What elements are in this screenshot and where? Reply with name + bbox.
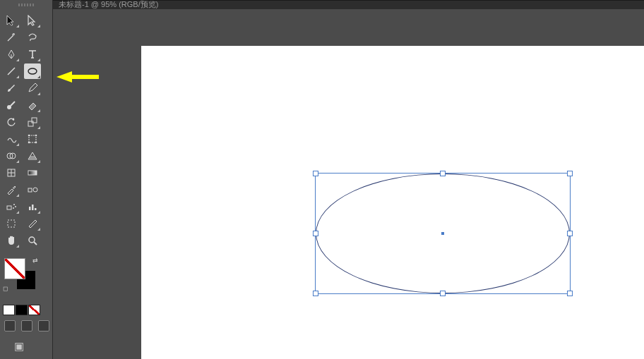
eyedropper-tool[interactable] (3, 182, 20, 197)
svg-rect-23 (35, 208, 37, 210)
selection-bounding-box[interactable] (315, 173, 571, 294)
blend-tool[interactable] (24, 182, 41, 197)
color-cell-none[interactable] (28, 305, 40, 315)
handle-top-middle[interactable] (440, 171, 446, 176)
warp-tool[interactable] (3, 131, 20, 147)
symbol-sprayer-tool[interactable] (3, 199, 20, 214)
svg-rect-21 (29, 207, 31, 210)
screen-mode-button[interactable]: ▣ (14, 340, 24, 353)
document-tab[interactable]: 未标题-1 @ 95% (RGB/预览) (56, 1, 161, 8)
draw-mode-behind[interactable] (21, 320, 32, 331)
selection-tool[interactable] (3, 13, 20, 28)
svg-line-1 (8, 68, 15, 75)
handle-bottom-middle[interactable] (440, 291, 446, 296)
default-fill-stroke-icon[interactable]: ◻ (3, 285, 8, 292)
brush-tool[interactable] (3, 80, 20, 96)
svg-point-2 (28, 68, 37, 74)
svg-point-18 (13, 204, 15, 205)
draw-mode-inside[interactable] (38, 320, 49, 331)
handle-top-left[interactable] (313, 171, 318, 176)
pencil-tool[interactable] (24, 80, 41, 96)
ellipse-tool[interactable] (24, 63, 41, 79)
fill-stroke-swatches[interactable]: ⇄ ◻ (4, 258, 37, 291)
artboard-canvas[interactable] (141, 46, 644, 359)
lasso-tool[interactable] (24, 30, 41, 45)
svg-rect-14 (28, 171, 37, 175)
screen-mode-icons (4, 320, 49, 331)
document-tab-bar: 未标题-1 @ 95% (RGB/预览) (53, 0, 644, 9)
tool-grid (3, 13, 41, 250)
panel-gripper[interactable] (0, 0, 53, 10)
slice-tool[interactable] (24, 216, 41, 231)
tools-panel: ⇄ ◻ ▣ (0, 0, 53, 359)
svg-rect-5 (32, 118, 37, 123)
rotate-tool[interactable] (3, 114, 20, 130)
type-tool[interactable] (24, 47, 41, 62)
perspective-tool[interactable] (24, 148, 41, 164)
svg-point-16 (33, 188, 37, 192)
svg-rect-15 (28, 188, 32, 192)
svg-rect-22 (32, 205, 34, 210)
direct-selection-tool[interactable] (24, 13, 41, 28)
svg-point-7 (28, 135, 30, 137)
svg-point-20 (13, 207, 14, 209)
blob-brush-tool[interactable] (3, 97, 20, 113)
color-cell-color[interactable] (3, 305, 15, 315)
selection-center-mark (441, 232, 444, 235)
svg-rect-17 (7, 206, 11, 209)
hand-tool[interactable] (3, 233, 20, 248)
svg-rect-4 (28, 121, 33, 126)
gradient-tool[interactable] (24, 165, 41, 181)
svg-point-9 (28, 142, 30, 144)
free-transform-tool[interactable] (24, 131, 41, 147)
mesh-tool[interactable] (3, 165, 20, 181)
line-tool[interactable] (3, 63, 20, 79)
handle-bottom-left[interactable] (313, 291, 318, 296)
artboard-tool[interactable] (3, 216, 20, 231)
handle-middle-right[interactable] (567, 231, 573, 236)
svg-point-19 (15, 206, 16, 207)
draw-mode-normal[interactable] (4, 320, 16, 331)
swap-fill-stroke-icon[interactable]: ⇄ (32, 257, 38, 264)
svg-line-26 (34, 242, 37, 245)
handle-top-right[interactable] (567, 171, 573, 176)
shape-builder-tool[interactable] (3, 148, 20, 164)
svg-point-0 (13, 33, 15, 35)
handle-middle-left[interactable] (313, 231, 318, 236)
svg-point-25 (29, 237, 35, 243)
zoom-tool[interactable] (24, 233, 41, 248)
svg-point-10 (35, 142, 37, 144)
handle-bottom-right[interactable] (567, 291, 573, 296)
eraser-tool[interactable] (24, 97, 41, 113)
fill-swatch[interactable] (4, 258, 25, 279)
svg-point-8 (35, 135, 37, 137)
graph-tool[interactable] (24, 199, 41, 214)
pen-tool[interactable] (3, 47, 20, 62)
scale-tool[interactable] (24, 114, 41, 130)
svg-rect-6 (29, 135, 36, 142)
svg-rect-24 (8, 220, 15, 227)
ellipse-path[interactable] (316, 174, 570, 293)
document-frame (53, 9, 644, 359)
color-cell-gradient[interactable] (16, 305, 28, 315)
color-mode-cells (3, 305, 40, 315)
magic-wand-tool[interactable] (3, 30, 20, 45)
